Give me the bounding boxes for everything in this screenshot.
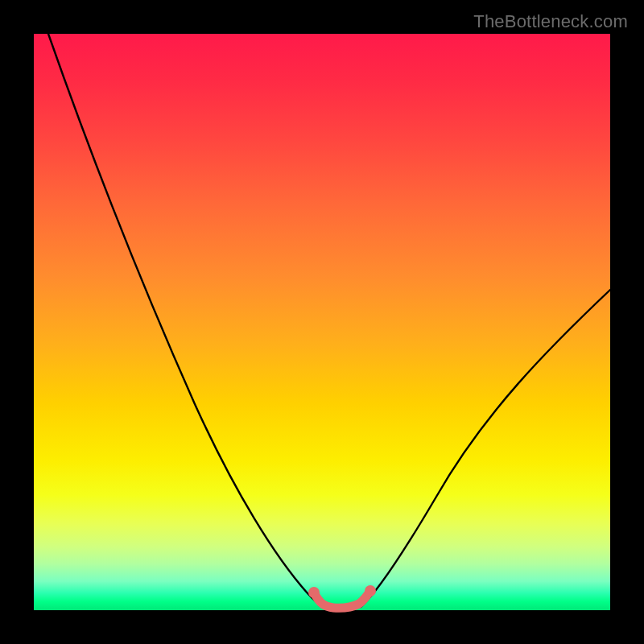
bottom-highlight-right-dot [365,585,376,597]
bottom-highlight-left-dot [308,587,320,598]
bottom-highlight-segment [314,591,370,608]
right-curve [361,290,610,607]
curve-layer [34,34,610,610]
left-curve [48,34,324,607]
watermark-text: TheBottleneck.com [473,11,628,32]
chart-frame: TheBottleneck.com [0,0,644,644]
plot-area [34,34,610,610]
